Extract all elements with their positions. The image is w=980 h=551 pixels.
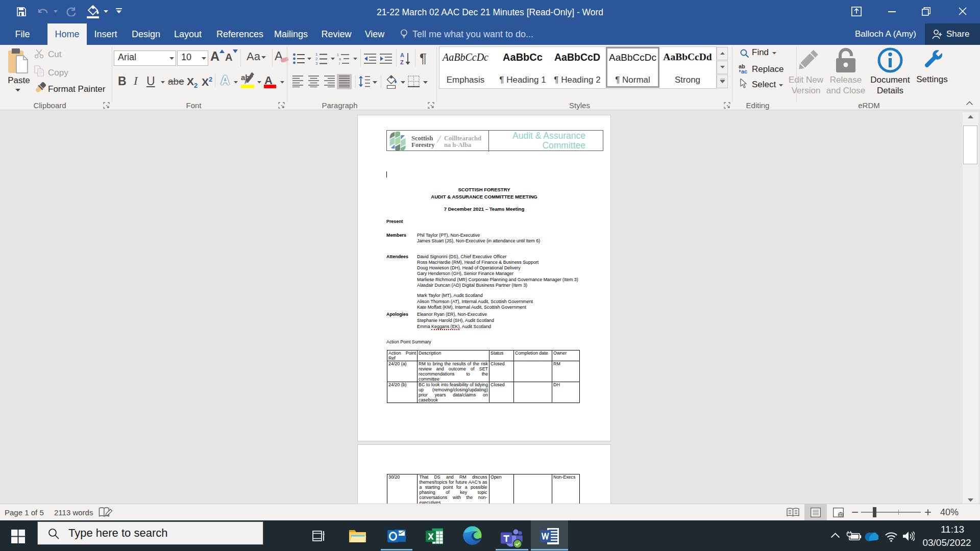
svg-text:A: A <box>400 52 404 58</box>
svg-text:1: 1 <box>315 52 318 57</box>
svg-text:1: 1 <box>337 53 339 57</box>
svg-text:Z: Z <box>400 59 404 65</box>
svg-text:i: i <box>339 62 340 65</box>
svg-text:2: 2 <box>315 57 318 61</box>
svg-text:a: a <box>339 57 341 61</box>
svg-text:ac: ac <box>741 68 747 74</box>
svg-text:3: 3 <box>315 61 318 65</box>
